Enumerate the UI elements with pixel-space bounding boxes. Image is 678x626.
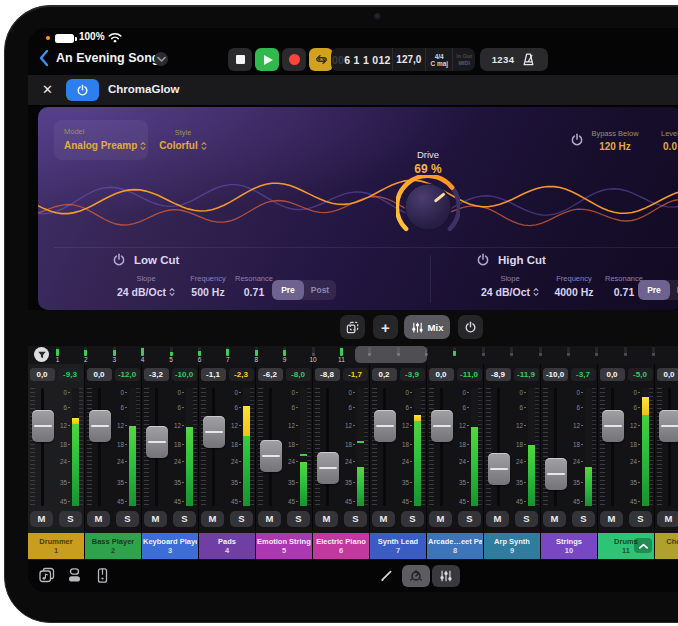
solo-button[interactable]: S — [59, 511, 82, 527]
fader-value[interactable]: -8,9 — [486, 368, 511, 381]
mute-button[interactable]: M — [87, 511, 110, 527]
level-value[interactable]: 0.0 — [650, 141, 678, 152]
record-button[interactable] — [282, 48, 306, 71]
mute-button[interactable]: M — [429, 511, 452, 527]
fader-handle[interactable] — [602, 410, 624, 442]
mute-button[interactable]: M — [315, 511, 338, 527]
peak-value[interactable]: -10,0 — [172, 368, 197, 381]
fader-handle[interactable] — [317, 452, 339, 484]
fader-handle[interactable] — [203, 416, 225, 448]
stop-button[interactable] — [228, 48, 252, 71]
plugin-power-button[interactable] — [66, 79, 99, 101]
fader-value[interactable]: -8,8 — [315, 368, 340, 381]
fader-handle[interactable] — [374, 410, 396, 442]
slope-value[interactable]: 24 dB/Oct — [472, 286, 548, 298]
peak-value[interactable]: -1,7 — [343, 368, 368, 381]
count-in-button[interactable]: 1234 — [492, 54, 515, 65]
peak-value[interactable]: -8,0 — [286, 368, 311, 381]
solo-button[interactable]: S — [629, 511, 652, 527]
solo-button[interactable]: S — [401, 511, 424, 527]
keyboard-icon[interactable] — [94, 567, 111, 584]
mute-button[interactable]: M — [30, 511, 53, 527]
track-overview-strip[interactable]: 1234567891011 — [28, 346, 678, 364]
style-selector[interactable]: Colorful — [148, 140, 218, 151]
fader-handle[interactable] — [146, 426, 168, 458]
loop-browser-icon[interactable] — [38, 567, 55, 584]
play-button[interactable] — [255, 48, 279, 71]
fader-value[interactable]: 0,2 — [372, 368, 397, 381]
peak-value[interactable]: -9,3 — [58, 368, 83, 381]
fader-handle[interactable] — [659, 410, 678, 442]
fader-value[interactable]: 0,0 — [429, 368, 454, 381]
solo-button[interactable]: S — [344, 511, 367, 527]
collapse-stack-button[interactable] — [634, 538, 652, 553]
fader-value[interactable]: 0,0 — [600, 368, 625, 381]
pre-button[interactable]: Pre — [638, 280, 670, 300]
fader-handle[interactable] — [89, 410, 111, 442]
pencil-icon[interactable] — [378, 567, 395, 584]
peak-value[interactable]: -2,3 — [229, 368, 254, 381]
faders-view-button[interactable] — [432, 565, 460, 587]
track-name-block[interactable]: Keyboard Player3 — [142, 533, 198, 559]
fader-handle[interactable] — [260, 440, 282, 472]
controls-view-button[interactable] — [402, 565, 430, 587]
track-name-block[interactable]: Pads4 — [199, 533, 255, 559]
fader-value[interactable]: 0,0 — [30, 368, 55, 381]
peak-value[interactable]: -5,0 — [628, 368, 653, 381]
track-name-block[interactable]: Drummer1 — [28, 533, 84, 559]
metronome-button[interactable] — [521, 52, 536, 67]
fader-handle[interactable] — [488, 453, 510, 485]
solo-button[interactable]: S — [458, 511, 481, 527]
highcut-power-button[interactable] — [476, 253, 490, 267]
mute-button[interactable]: M — [543, 511, 566, 527]
track-name-block[interactable]: Drums11 — [598, 533, 654, 559]
pre-button[interactable]: Pre — [272, 280, 304, 300]
fader-value[interactable]: -1,1 — [201, 368, 226, 381]
song-title[interactable]: An Evening Song — [56, 51, 159, 65]
peak-value[interactable]: -11,9 — [514, 368, 539, 381]
track-name-block[interactable]: Strings10 — [541, 533, 597, 559]
fader-value[interactable]: 0,0 — [657, 368, 678, 381]
fader-handle[interactable] — [32, 410, 54, 442]
mix-view-button[interactable]: Mix — [404, 315, 450, 339]
model-selector[interactable]: Model Analog Preamp — [54, 120, 148, 160]
mute-button[interactable]: M — [372, 511, 395, 527]
bypass-power-icon[interactable] — [570, 133, 584, 147]
track-name-block[interactable]: Bass Player2 — [85, 533, 141, 559]
bypass-below-value[interactable]: 120 Hz — [584, 141, 646, 152]
track-name-block[interactable]: Arp Synth9 — [484, 533, 540, 559]
mute-button[interactable]: M — [201, 511, 224, 527]
peak-value[interactable]: -3,9 — [400, 368, 425, 381]
fader-value[interactable]: -3,2 — [144, 368, 169, 381]
lcd-display[interactable]: 006 1 1 012 127,0 4/4C maj In Out MIDI — [331, 48, 475, 71]
track-name-block[interactable]: Emotion Strings5 — [256, 533, 312, 559]
peak-value[interactable]: -3,7 — [571, 368, 596, 381]
peak-value[interactable]: -12,0 — [115, 368, 140, 381]
peak-value[interactable]: -11,0 — [457, 368, 482, 381]
drive-knob[interactable] — [396, 175, 460, 239]
song-menu-button[interactable] — [154, 52, 168, 66]
fader-handle[interactable] — [431, 410, 453, 442]
track-name-block[interactable]: Chorus V12 — [655, 533, 678, 559]
fader-value[interactable]: -10,0 — [543, 368, 568, 381]
add-track-button[interactable]: + — [373, 315, 398, 339]
mute-button[interactable]: M — [657, 511, 678, 527]
mute-button[interactable]: M — [258, 511, 281, 527]
plugins-icon[interactable] — [66, 567, 83, 584]
fader-value[interactable]: -6,2 — [258, 368, 283, 381]
solo-button[interactable]: S — [116, 511, 139, 527]
post-button[interactable]: Post — [670, 280, 678, 300]
duplicate-button[interactable] — [340, 315, 365, 339]
mixer-power-button[interactable] — [458, 315, 483, 339]
post-button[interactable]: Post — [304, 280, 336, 300]
track-name-block[interactable]: Arcade…eet Pad8 — [427, 533, 483, 559]
mute-button[interactable]: M — [144, 511, 167, 527]
overview-scroll-window[interactable] — [355, 346, 427, 363]
cycle-button[interactable] — [309, 48, 333, 71]
slope-value[interactable]: 24 dB/Oct — [108, 286, 184, 298]
solo-button[interactable]: S — [572, 511, 595, 527]
lowcut-power-button[interactable] — [112, 253, 126, 267]
mute-button[interactable]: M — [486, 511, 509, 527]
solo-button[interactable]: S — [173, 511, 196, 527]
mute-button[interactable]: M — [600, 511, 623, 527]
